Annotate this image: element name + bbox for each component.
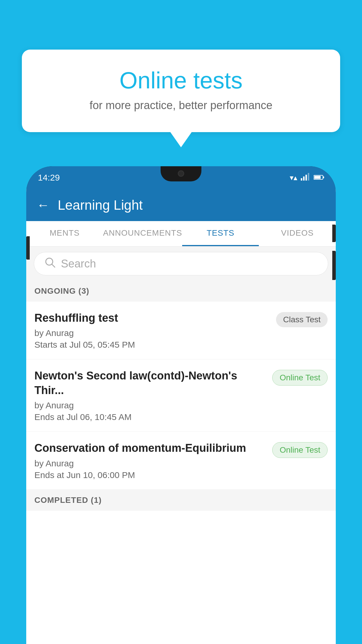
front-camera <box>178 170 184 177</box>
test-title: Newton's Second law(contd)-Newton's Thir… <box>34 369 266 398</box>
test-info: Newton's Second law(contd)-Newton's Thir… <box>34 369 272 422</box>
test-author: by Anurag <box>34 400 266 410</box>
status-time: 14:29 <box>38 173 60 183</box>
test-date: Starts at Jul 05, 05:45 PM <box>34 340 270 350</box>
bubble-subtitle: for more practice, better performance <box>45 99 317 112</box>
ongoing-section-header: ONGOING (3) <box>26 281 336 302</box>
search-input[interactable]: Search <box>34 252 328 275</box>
test-badge-online-2: Online Test <box>272 442 328 458</box>
test-title: Conservation of momentum-Equilibrium <box>34 441 266 455</box>
speech-bubble: Online tests for more practice, better p… <box>22 50 340 132</box>
test-author: by Anurag <box>34 328 270 338</box>
test-item[interactable]: Newton's Second law(contd)-Newton's Thir… <box>26 359 336 432</box>
test-info: Conservation of momentum-Equilibrium by … <box>34 441 272 480</box>
status-bar: 14:29 ▾▴ <box>26 166 336 189</box>
svg-rect-0 <box>301 178 302 181</box>
status-icons: ▾▴ <box>290 173 324 183</box>
search-icon <box>45 257 56 271</box>
search-placeholder: Search <box>61 258 96 270</box>
tab-tests[interactable]: TESTS <box>182 221 259 246</box>
phone-content: ← Learning Light MENTS ANNOUNCEMENTS TES… <box>26 189 336 644</box>
svg-rect-1 <box>303 176 305 181</box>
test-date: Ends at Jun 10, 06:00 PM <box>34 470 266 480</box>
test-list: Reshuffling test by Anurag Starts at Jul… <box>26 302 336 644</box>
search-container: Search <box>26 247 336 281</box>
tab-videos[interactable]: VIDEOS <box>259 221 336 246</box>
svg-rect-6 <box>314 176 321 179</box>
svg-rect-2 <box>305 175 307 181</box>
power-button <box>332 225 336 242</box>
app-bar-title: Learning Light <box>58 197 143 213</box>
test-info: Reshuffling test by Anurag Starts at Jul… <box>34 311 276 350</box>
svg-line-8 <box>52 264 55 267</box>
wifi-icon: ▾▴ <box>290 173 297 182</box>
test-title: Reshuffling test <box>34 311 270 325</box>
tab-ments[interactable]: MENTS <box>26 221 103 246</box>
battery-icon <box>314 173 324 182</box>
test-date: Ends at Jul 06, 10:45 AM <box>34 412 266 422</box>
completed-section-header: COMPLETED (1) <box>26 490 336 511</box>
test-item[interactable]: Conservation of momentum-Equilibrium by … <box>26 432 336 489</box>
bubble-title: Online tests <box>45 67 317 94</box>
app-bar: ← Learning Light <box>26 189 336 221</box>
test-author: by Anurag <box>34 459 266 468</box>
volume-down-button <box>332 251 336 280</box>
tabs-bar: MENTS ANNOUNCEMENTS TESTS VIDEOS <box>26 221 336 247</box>
back-button[interactable]: ← <box>37 198 50 212</box>
phone-notch <box>161 166 201 181</box>
test-item[interactable]: Reshuffling test by Anurag Starts at Jul… <box>26 302 336 359</box>
tab-announcements[interactable]: ANNOUNCEMENTS <box>103 221 182 246</box>
signal-icon <box>301 173 310 183</box>
svg-rect-5 <box>323 176 324 178</box>
test-badge-online: Online Test <box>272 370 328 386</box>
volume-button <box>26 236 30 260</box>
phone-frame: 14:29 ▾▴ <box>26 166 336 644</box>
test-badge-class: Class Test <box>276 312 328 327</box>
svg-rect-3 <box>308 173 309 181</box>
